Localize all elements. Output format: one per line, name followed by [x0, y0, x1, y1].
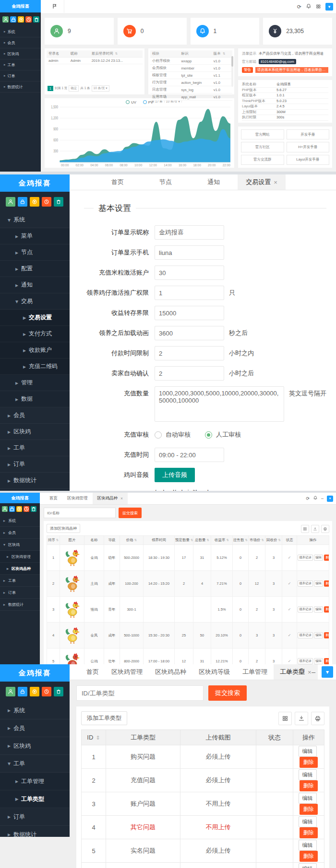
minimize-icon[interactable]: – [321, 496, 324, 501]
column-header-挂售数[interactable]: 挂售数⇅ [233, 536, 249, 545]
column-header-价格[interactable]: 价格⇅ [120, 536, 144, 545]
tab-节点[interactable]: 节点 [142, 174, 190, 190]
delete-button[interactable]: 删除 [324, 632, 329, 638]
sidebar-item-数据统计[interactable]: ▸数据统计 [0, 81, 41, 93]
sort-icon[interactable]: ⇅ [262, 538, 264, 542]
column-header-操作[interactable]: 操作 [293, 730, 324, 745]
sidebar-item-数据统计[interactable]: ▸数据统计 [0, 473, 70, 489]
tab-通知[interactable]: 通知 [190, 174, 238, 190]
field-input-领养鸡仔激活推广权限[interactable] [155, 286, 224, 300]
refresh-icon[interactable]: ⟳ [297, 4, 301, 10]
print-icon[interactable] [311, 712, 324, 725]
print-icon[interactable] [321, 525, 329, 533]
add-type-button[interactable]: 添加工单类型 [81, 711, 127, 725]
sidebar-item-菜单[interactable]: ▸菜单 [0, 228, 70, 244]
column-header[interactable]: 最后登录时间 ⇅ [90, 50, 143, 58]
delete-button[interactable]: 删除 [324, 555, 329, 561]
sidebar-item-数据统计[interactable]: ▸数据统计 [0, 826, 70, 837]
app-logo[interactable]: 金鸡报喜 [0, 664, 70, 682]
adopt-log-button[interactable]: 领养记录 [298, 658, 313, 664]
sidebar-item-充值二维码[interactable]: ▸充值二维码 [0, 359, 70, 375]
doc-link-官方社区[interactable]: 官方社区 [241, 142, 284, 152]
sidebar-item-工单[interactable]: ▸工单 [0, 440, 70, 456]
delete-button[interactable]: 删除 [300, 757, 318, 768]
page-button[interactable]: 1 [48, 86, 53, 91]
field-input-领养之后加载动画[interactable] [155, 326, 224, 340]
sidebar-item-通知[interactable]: ▸通知 [0, 277, 70, 293]
sidebar-item-系统[interactable]: ▸系统 [0, 26, 41, 37]
sidebar-clock-icon[interactable] [42, 687, 51, 696]
edit-button[interactable]: 编辑 [314, 555, 323, 561]
sidebar-item-支付方式[interactable]: ▸支付方式 [0, 326, 70, 342]
field-input-订单显示手机[interactable] [155, 245, 224, 260]
column-header[interactable]: 登录名 [47, 50, 69, 58]
sidebar-item-配置[interactable]: ▸配置 [0, 261, 70, 277]
sidebar-item-收款账户[interactable]: ▸收款账户 [0, 342, 70, 359]
sidebar-item-工单[interactable]: ▸工单 [0, 59, 41, 70]
sort-icon[interactable]: ⇅ [278, 538, 281, 542]
sidebar-item-数据[interactable]: ▸数据 [0, 391, 70, 407]
sidebar-lock-icon[interactable] [10, 16, 16, 23]
sidebar-clock-icon[interactable] [25, 16, 32, 23]
sidebar-item-区块鸡管理[interactable]: ▸区块鸡管理 [0, 551, 40, 563]
edit-button[interactable]: 编辑 [299, 793, 317, 804]
sidebar-item-交易设置[interactable]: ▸交易设置 [0, 310, 70, 326]
adopt-log-button[interactable]: 领养记录 [298, 606, 313, 613]
scrollbar[interactable] [231, 56, 233, 87]
radio-人工审核[interactable]: 人工审核 [205, 428, 241, 442]
tab-区块鸡品种[interactable]: 区块鸡品种 [149, 664, 192, 680]
sidebar-item-会员[interactable]: ▸会员 [0, 527, 40, 539]
column-header[interactable]: 昵称 [69, 50, 90, 58]
sidebar-lock-icon[interactable] [18, 687, 27, 696]
sidebar-item-会员[interactable]: ▸会员 [0, 407, 70, 424]
sort-icon[interactable]: ⇅ [207, 538, 209, 542]
sort-icon[interactable]: ⇅ [223, 52, 225, 55]
tab-区块鸡等级[interactable]: 区块鸡等级 [192, 664, 236, 680]
status-check-icon[interactable]: ✓ [282, 597, 297, 623]
user-dropdown-button[interactable]: ▾ [325, 3, 333, 11]
column-header-名称[interactable]: 名称 [84, 536, 104, 545]
doc-link-H+开发手册[interactable]: H+开发手册 [287, 142, 330, 152]
column-header[interactable]: 模块 [150, 50, 180, 58]
sidebar-user-icon[interactable] [2, 506, 8, 512]
sort-icon[interactable]: ⇅ [191, 538, 193, 542]
console-tab[interactable] [46, 0, 64, 13]
sidebar-item-交易[interactable]: ▾交易 [0, 293, 70, 310]
sidebar-trash-icon[interactable] [54, 197, 63, 207]
sidebar-item-区块鸡[interactable]: ▸区块鸡 [0, 424, 70, 440]
refresh-icon[interactable]: ⟳ [286, 668, 292, 676]
field-input-卖家自动确认[interactable] [155, 366, 224, 381]
sort-icon[interactable]: ⇕ [94, 735, 100, 741]
field-input-订单显示昵称[interactable] [155, 225, 224, 240]
confirm-button[interactable]: 确定 [69, 85, 79, 92]
tab-工单管理[interactable]: 工单管理 [236, 664, 274, 680]
tab-交易设置[interactable]: 交易设置× [238, 174, 286, 190]
sidebar-clock-icon[interactable] [42, 197, 51, 207]
column-header-状态[interactable]: 状态 [282, 536, 297, 545]
sidebar-lock-icon[interactable] [9, 506, 15, 512]
sidebar-item-会员[interactable]: ▸会员 [0, 719, 70, 737]
filter-columns-icon[interactable] [278, 712, 292, 725]
field-input-付款时间限制[interactable] [155, 346, 224, 360]
sidebar-item-订单[interactable]: ▸订单 [0, 587, 40, 599]
sidebar-trash-icon[interactable] [54, 687, 63, 696]
column-header-领养时间[interactable]: 领养时间 [144, 536, 175, 545]
sidebar-clock-icon[interactable] [24, 506, 29, 512]
column-header[interactable]: 标识 [180, 50, 212, 58]
column-header-图片[interactable]: 图片 [60, 536, 84, 545]
export-icon[interactable] [311, 525, 319, 533]
column-header-状态[interactable]: 状态 [256, 730, 293, 745]
sidebar-item-区块鸡[interactable]: ▸区块鸡 [0, 48, 41, 59]
adopt-log-button[interactable]: 领养记录 [298, 580, 313, 587]
sidebar-item-工单管理[interactable]: ▸工单管理 [0, 773, 70, 790]
sidebar-user-icon[interactable] [6, 197, 15, 207]
add-breed-button[interactable]: 添加区块鸡品种 [47, 524, 80, 533]
filter-columns-icon[interactable] [301, 525, 309, 533]
tab-首页[interactable]: 首页 [45, 493, 62, 504]
status-check-icon[interactable]: ✓ [282, 571, 297, 597]
radio-unchecked-icon[interactable] [155, 431, 162, 439]
sidebar-coin-icon[interactable] [30, 687, 39, 696]
column-header-收益率[interactable]: 收益率⇅ [211, 536, 233, 545]
column-header-等级[interactable]: 等级 [104, 536, 120, 545]
per-page-select[interactable]: 10 条/页 ▾ [164, 101, 182, 103]
